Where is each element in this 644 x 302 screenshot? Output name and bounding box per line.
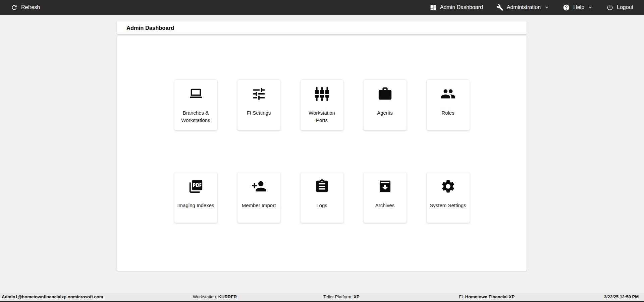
tile-branches-workstations[interactable]: Branches & Workstations: [174, 79, 218, 130]
top-menu-bar: Refresh Admin Dashboard Administration H…: [0, 0, 644, 15]
tile-label: Workstation Ports: [301, 109, 343, 124]
tile-workstation-ports[interactable]: Workstation Ports: [300, 79, 344, 130]
refresh-icon: [11, 4, 18, 11]
dashboard-panel: Branches & Workstations FI Settings Work…: [117, 36, 527, 271]
status-platform-label: Teller Platform:: [323, 294, 353, 299]
help-icon: [563, 4, 570, 11]
tile-label: System Settings: [428, 202, 468, 209]
page-title: Admin Dashboard: [126, 25, 174, 31]
status-workstation-value: KURRER: [218, 294, 237, 299]
status-bar: Admin1@hometownfinancialxp.onmicrosoft.c…: [0, 293, 644, 301]
chevron-down-icon: [588, 5, 593, 10]
tile-system-settings[interactable]: System Settings: [426, 172, 470, 223]
tile-label: Imaging Indexes: [175, 202, 216, 209]
briefcase-icon: [377, 80, 393, 102]
nav-help[interactable]: Help: [563, 4, 593, 11]
nav-label: Logout: [617, 4, 633, 10]
tile-row-2: Imaging Indexes Member Import Logs Archi…: [117, 130, 527, 223]
nav-administration[interactable]: Administration: [496, 4, 549, 11]
status-workstation-label: Workstation:: [193, 294, 217, 299]
status-user-email: Admin1@hometownfinancialxp.onmicrosoft.c…: [2, 293, 103, 301]
sliders-icon: [251, 80, 267, 102]
dashboard-icon: [430, 4, 437, 11]
tile-imaging-indexes[interactable]: Imaging Indexes: [174, 172, 218, 223]
status-fi-value: Hometown Financial XP: [465, 294, 515, 299]
status-fi-label: FI:: [459, 294, 464, 299]
logout-button[interactable]: Logout: [606, 4, 633, 11]
nav-label: Administration: [507, 4, 541, 10]
tile-agents[interactable]: Agents: [363, 79, 407, 130]
status-timestamp: 3/22/25 12:50 PM: [604, 293, 639, 301]
person-add-icon: [251, 172, 267, 194]
tile-label: FI Settings: [245, 109, 273, 117]
archive-icon: [377, 172, 393, 194]
power-icon: [606, 4, 613, 11]
tile-label: Member Import: [240, 202, 278, 209]
gear-icon: [440, 172, 456, 194]
clipboard-icon: [314, 172, 330, 194]
tile-label: Logs: [315, 202, 329, 209]
status-fi: FI: Hometown Financial XP: [459, 293, 515, 301]
nav-label: Admin Dashboard: [440, 4, 483, 10]
wrench-icon: [496, 4, 503, 11]
laptop-icon: [188, 80, 204, 102]
tile-roles[interactable]: Roles: [426, 79, 470, 130]
people-icon: [440, 80, 456, 102]
page-title-bar: Admin Dashboard: [117, 21, 527, 34]
tile-member-import[interactable]: Member Import: [237, 172, 281, 223]
tile-label: Roles: [440, 109, 456, 117]
tile-label: Branches & Workstations: [174, 109, 217, 124]
ports-icon: [314, 80, 330, 102]
tile-archives[interactable]: Archives: [363, 172, 407, 223]
chevron-down-icon: [544, 5, 549, 10]
status-teller-platform: Teller Platform: XP: [323, 293, 360, 301]
refresh-button[interactable]: Refresh: [11, 4, 40, 11]
tile-label: Archives: [374, 202, 396, 209]
tile-label: Agents: [375, 109, 394, 117]
status-platform-value: XP: [354, 294, 359, 299]
tile-row-1: Branches & Workstations FI Settings Work…: [117, 36, 527, 130]
topbar-nav: Admin Dashboard Administration Help: [430, 4, 633, 11]
tile-fi-settings[interactable]: FI Settings: [237, 79, 281, 130]
status-workstation: Workstation: KURRER: [193, 293, 237, 301]
pdf-icon: [188, 172, 204, 194]
refresh-label: Refresh: [21, 4, 40, 10]
nav-label: Help: [573, 4, 584, 10]
nav-admin-dashboard[interactable]: Admin Dashboard: [430, 4, 483, 11]
window-bottom-edge: [0, 301, 644, 302]
tile-logs[interactable]: Logs: [300, 172, 344, 223]
